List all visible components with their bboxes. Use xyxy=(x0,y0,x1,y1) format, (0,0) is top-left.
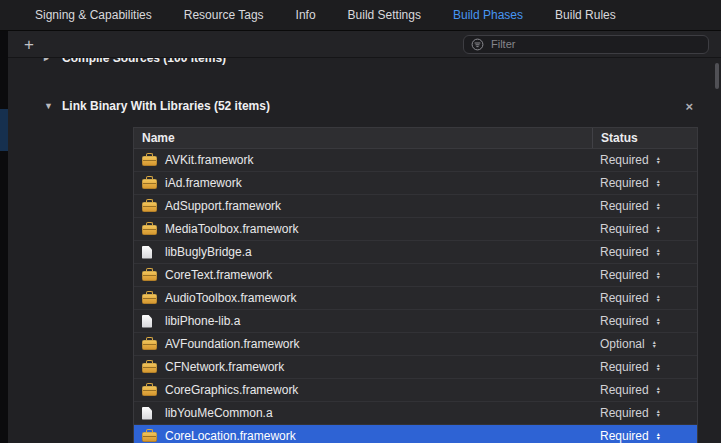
chevron-up-down-icon: ▴▾ xyxy=(657,248,660,256)
icon-wrap xyxy=(142,269,158,281)
status-popup-button[interactable]: Required▴▾ xyxy=(592,291,697,305)
static-library-file-icon xyxy=(142,246,152,259)
framework-icon xyxy=(142,225,157,235)
library-name-cell: libiPhone-lib.a xyxy=(134,314,592,328)
framework-icon xyxy=(142,294,157,304)
table-row[interactable]: AVKit.frameworkRequired▴▾ xyxy=(134,149,697,172)
status-popup-button[interactable]: Required▴▾ xyxy=(592,153,697,167)
library-name-cell: iAd.framework xyxy=(134,176,592,190)
table-row[interactable]: AVFoundation.frameworkOptional▴▾ xyxy=(134,333,697,356)
chevron-up-down-icon: ▴▾ xyxy=(653,340,656,348)
framework-icon xyxy=(142,386,157,396)
status-popup-button[interactable]: Required▴▾ xyxy=(592,360,697,374)
chevron-up-down-icon: ▴▾ xyxy=(657,202,660,210)
chevron-up-down-icon: ▴▾ xyxy=(657,294,660,302)
icon-wrap xyxy=(142,200,158,212)
icon-wrap xyxy=(142,384,158,396)
icon-wrap xyxy=(142,223,158,235)
navigator-edge xyxy=(0,31,8,443)
table-row[interactable]: CoreText.frameworkRequired▴▾ xyxy=(134,264,697,287)
filter-field[interactable] xyxy=(463,35,709,54)
status-value: Required xyxy=(600,222,649,236)
status-popup-button[interactable]: Required▴▾ xyxy=(592,268,697,282)
table-row[interactable]: libiPhone-lib.aRequired▴▾ xyxy=(134,310,697,333)
xcode-build-phases-window: Signing & CapabilitiesResource TagsInfoB… xyxy=(0,0,721,443)
library-name-cell: CoreLocation.framework xyxy=(134,429,592,443)
icon-wrap xyxy=(142,338,158,350)
filter-icon xyxy=(471,38,484,51)
section-title: Link Binary With Libraries (52 items) xyxy=(62,99,270,113)
icon-wrap xyxy=(142,246,158,259)
status-popup-button[interactable]: Required▴▾ xyxy=(592,245,697,259)
library-name-cell: MediaToolbox.framework xyxy=(134,222,592,236)
chevron-up-down-icon: ▴▾ xyxy=(657,432,660,440)
table-row[interactable]: libBuglyBridge.aRequired▴▾ xyxy=(134,241,697,264)
tab-info[interactable]: Info xyxy=(296,8,316,22)
icon-wrap xyxy=(142,407,158,420)
column-header-status: Status xyxy=(592,128,697,148)
icon-wrap xyxy=(142,292,158,304)
add-build-phase-button[interactable]: + xyxy=(24,36,34,53)
editor-tab-bar: Signing & CapabilitiesResource TagsInfoB… xyxy=(0,0,721,31)
table-row[interactable]: CoreLocation.frameworkRequired▴▾ xyxy=(134,425,697,443)
disclosure-triangle-icon[interactable]: ▸ xyxy=(44,58,53,63)
tab-build-settings[interactable]: Build Settings xyxy=(348,8,421,22)
status-popup-button[interactable]: Required▴▾ xyxy=(592,222,697,236)
chevron-up-down-icon: ▴▾ xyxy=(657,156,660,164)
tab-build-rules[interactable]: Build Rules xyxy=(555,8,616,22)
framework-icon xyxy=(142,363,157,373)
table-row[interactable]: libYouMeCommon.aRequired▴▾ xyxy=(134,402,697,425)
chevron-up-down-icon: ▴▾ xyxy=(657,225,660,233)
section-header-link-binary[interactable]: ▼ Link Binary With Libraries (52 items) … xyxy=(8,97,721,115)
build-phases-list: ▸ Compile Sources (100 items) ▼ Link Bin… xyxy=(8,58,721,443)
library-name: iAd.framework xyxy=(165,176,242,190)
status-value: Required xyxy=(600,268,649,282)
table-row[interactable]: iAd.frameworkRequired▴▾ xyxy=(134,172,697,195)
library-name: MediaToolbox.framework xyxy=(165,222,298,236)
table-row[interactable]: AdSupport.frameworkRequired▴▾ xyxy=(134,195,697,218)
status-popup-button[interactable]: Required▴▾ xyxy=(592,314,697,328)
library-name-cell: libBuglyBridge.a xyxy=(134,245,592,259)
chevron-up-down-icon: ▴▾ xyxy=(657,363,660,371)
library-name-cell: AVKit.framework xyxy=(134,153,592,167)
framework-icon xyxy=(142,156,157,166)
table-body: AVKit.frameworkRequired▴▾iAd.frameworkRe… xyxy=(134,149,697,443)
framework-icon xyxy=(142,202,157,212)
disclosure-triangle-icon[interactable]: ▼ xyxy=(44,101,53,111)
libraries-table: Name Status AVKit.frameworkRequired▴▾iAd… xyxy=(133,127,698,443)
status-popup-button[interactable]: Required▴▾ xyxy=(592,199,697,213)
tab-build-phases[interactable]: Build Phases xyxy=(453,8,523,22)
table-row[interactable]: CoreGraphics.frameworkRequired▴▾ xyxy=(134,379,697,402)
section-title: Compile Sources (100 items) xyxy=(62,58,226,65)
icon-wrap xyxy=(142,177,158,189)
vertical-scrollbar[interactable] xyxy=(715,63,719,89)
status-popup-button[interactable]: Required▴▾ xyxy=(592,406,697,420)
library-name-cell: CoreGraphics.framework xyxy=(134,383,592,397)
library-name: CFNetwork.framework xyxy=(165,360,284,374)
status-value: Required xyxy=(600,406,649,420)
tab-resource-tags[interactable]: Resource Tags xyxy=(184,8,264,22)
status-popup-button[interactable]: Required▴▾ xyxy=(592,429,697,443)
status-popup-button[interactable]: Required▴▾ xyxy=(592,176,697,190)
status-value: Required xyxy=(600,153,649,167)
library-name: AdSupport.framework xyxy=(165,199,281,213)
icon-wrap xyxy=(142,430,158,442)
framework-icon xyxy=(142,432,157,442)
table-row[interactable]: CFNetwork.frameworkRequired▴▾ xyxy=(134,356,697,379)
table-row[interactable]: AudioToolbox.frameworkRequired▴▾ xyxy=(134,287,697,310)
build-phases-toolbar: + xyxy=(8,31,721,58)
tab-signing-capabilities[interactable]: Signing & Capabilities xyxy=(35,8,152,22)
filter-input[interactable] xyxy=(489,37,701,51)
library-name-cell: libYouMeCommon.a xyxy=(134,406,592,420)
section-header-compile-sources[interactable]: ▸ Compile Sources (100 items) xyxy=(8,58,721,67)
library-name: AudioToolbox.framework xyxy=(165,291,296,305)
library-name-cell: CFNetwork.framework xyxy=(134,360,592,374)
status-value: Required xyxy=(600,360,649,374)
library-name: libYouMeCommon.a xyxy=(165,406,273,420)
remove-section-button[interactable]: × xyxy=(685,100,693,113)
library-name-cell: CoreText.framework xyxy=(134,268,592,282)
status-popup-button[interactable]: Required▴▾ xyxy=(592,383,697,397)
status-popup-button[interactable]: Optional▴▾ xyxy=(592,337,697,351)
chevron-up-down-icon: ▴▾ xyxy=(657,271,660,279)
table-row[interactable]: MediaToolbox.frameworkRequired▴▾ xyxy=(134,218,697,241)
